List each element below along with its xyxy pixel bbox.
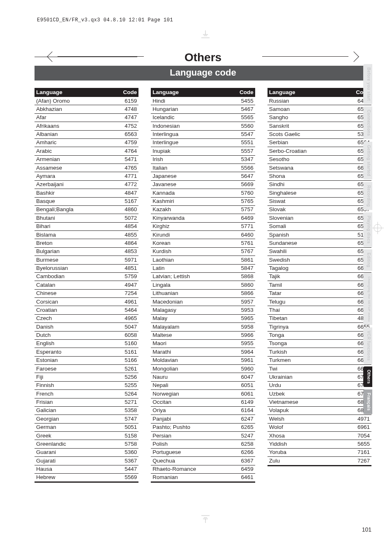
- table-row: Uzbek6772: [267, 390, 371, 398]
- table-row: Bulgarian4853: [35, 247, 138, 256]
- side-tab[interactable]: Others: [363, 366, 372, 387]
- table-row: Tonga6661: [267, 331, 371, 339]
- side-tab[interactable]: Recording: [363, 182, 372, 210]
- side-tab[interactable]: Changing the SETUP menu: [363, 273, 372, 325]
- language-code-cell: 6247: [234, 415, 255, 423]
- language-name-cell: Moldavian: [151, 356, 233, 364]
- language-code-cell: 5767: [234, 247, 255, 256]
- language-code-cell: 7267: [350, 457, 371, 465]
- table-row: Sesotho6566: [267, 155, 371, 164]
- table-row: Hungarian5467: [151, 105, 255, 113]
- table-row: Fiji5256: [35, 373, 138, 381]
- language-code-cell: 6460: [234, 231, 255, 239]
- language-name-cell: Spanish: [267, 231, 350, 239]
- table-row: Serbian6564: [267, 138, 371, 147]
- language-name-cell: Sindhi: [267, 180, 350, 189]
- side-tab[interactable]: Connections: [363, 106, 372, 139]
- section-heading: Language code: [35, 66, 371, 81]
- language-code-cell: 5966: [234, 331, 255, 339]
- table-row: Pashto; Pushto6265: [151, 423, 255, 431]
- language-name-cell: Tagalog: [267, 264, 350, 272]
- language-code-cell: 5347: [234, 155, 255, 164]
- language-name-cell: Scots Gaelic: [267, 130, 350, 138]
- table-row: Afrikaans4752: [35, 122, 138, 130]
- language-name-cell: Estonian: [35, 356, 117, 364]
- language-name-cell: Nepali: [151, 381, 233, 389]
- language-name-cell: Aymara: [35, 172, 117, 180]
- table-row: Sindhi6550: [267, 180, 371, 189]
- table-row: Slovenian6558: [267, 214, 371, 222]
- language-name-cell: Tsonga: [267, 339, 350, 348]
- table-row: Tsonga6665: [267, 339, 371, 348]
- side-tab[interactable]: VCR functions: [363, 327, 372, 364]
- table-row: Urdu6764: [267, 381, 371, 389]
- table-row: Afar4747: [35, 113, 138, 122]
- table-row: French5264: [35, 390, 138, 398]
- language-code-cell: 5256: [117, 373, 138, 381]
- table-row: Xhosa7054: [267, 432, 371, 440]
- language-code-cell: 4864: [117, 239, 138, 247]
- table-row: Catalan4947: [35, 281, 138, 289]
- language-name-cell: Turkmen: [267, 356, 350, 364]
- language-code-cell: 6164: [234, 406, 255, 415]
- language-code-cell: 5467: [234, 105, 255, 113]
- language-name-cell: Maori: [151, 339, 233, 348]
- language-name-cell: Somali: [267, 222, 350, 230]
- language-name-cell: Cambodian: [35, 272, 117, 281]
- language-name-cell: Xhosa: [267, 432, 350, 440]
- language-name-cell: Malay: [151, 314, 233, 322]
- language-code-cell: 6461: [234, 473, 255, 482]
- title-rule-right: [262, 56, 348, 57]
- language-code-cell: 5358: [117, 406, 138, 415]
- language-name-cell: Italian: [151, 164, 233, 172]
- title-bar: Others: [35, 49, 371, 64]
- language-code-cell: 4855: [117, 231, 138, 239]
- language-name-cell: Greenlandic: [35, 440, 117, 448]
- table-row: Bislama4855: [35, 231, 138, 239]
- language-name-cell: Sangho: [267, 113, 350, 122]
- side-tab[interactable]: Before you start: [363, 64, 372, 104]
- table-row: Lithuanian5866: [151, 289, 255, 297]
- language-code-cell: 5166: [117, 356, 138, 364]
- table-row: Nauru6047: [151, 373, 255, 381]
- side-tab[interactable]: Français: [363, 389, 372, 414]
- language-name-cell: Yoruba: [267, 448, 350, 456]
- table-row: Kirghiz5771: [151, 222, 255, 230]
- table-row: Turkish6664: [267, 348, 371, 356]
- language-name-cell: English: [35, 339, 117, 348]
- language-code-cell: 5860: [234, 281, 255, 289]
- language-code-cell: 4853: [117, 247, 138, 256]
- language-name-cell: Tatar: [267, 289, 350, 297]
- language-name-cell: Yiddish: [267, 440, 350, 448]
- language-name-cell: Kazakh: [151, 205, 233, 214]
- language-name-cell: Singhalese: [267, 189, 350, 197]
- table-row: Volapuk6861: [267, 406, 371, 415]
- language-name-cell: Burmese: [35, 256, 117, 264]
- language-name-cell: Tibetan: [267, 314, 350, 322]
- table-row: Hindi5455: [151, 97, 255, 105]
- language-name-cell: Uzbek: [267, 390, 350, 398]
- language-name-cell: Dutch: [35, 331, 117, 339]
- language-name-cell: Kirghiz: [151, 222, 233, 230]
- language-code-cell: 5761: [234, 239, 255, 247]
- language-code-cell: 6058: [117, 331, 138, 339]
- language-code-cell: 6563: [117, 130, 138, 138]
- table-row: Hausa5447: [35, 465, 138, 473]
- language-name-cell: Persian: [151, 432, 233, 440]
- table-row: Chinese7254: [35, 289, 138, 297]
- language-code-cell: 6459: [234, 465, 255, 473]
- language-name-cell: Samoan: [267, 105, 350, 113]
- side-tab[interactable]: Playing discs: [363, 212, 372, 247]
- table-row: Estonian5166: [35, 356, 138, 364]
- side-tab[interactable]: Editing: [363, 249, 372, 271]
- language-name-cell: Portuguese: [151, 448, 233, 456]
- language-name-cell: Vietnamese: [267, 398, 350, 406]
- language-name-cell: Czech: [35, 314, 117, 322]
- language-name-cell: Telugu: [267, 298, 350, 306]
- language-name-cell: Assamese: [35, 164, 117, 172]
- language-code-cell: 5247: [234, 432, 255, 440]
- side-tab[interactable]: Getting started: [363, 142, 372, 180]
- table-row: Shona6560: [267, 172, 371, 180]
- language-code-cell: 7254: [117, 289, 138, 297]
- table-row: Kurdish5767: [151, 247, 255, 256]
